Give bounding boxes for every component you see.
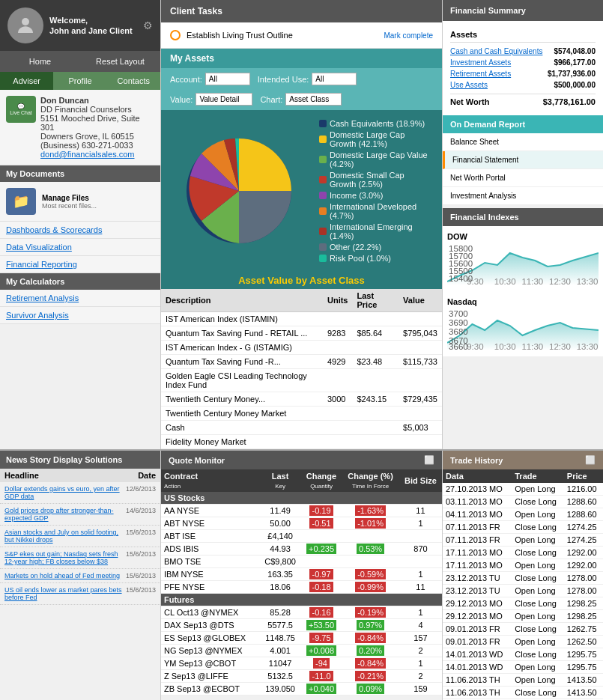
table-row: 11.06.2013 THOpen Long1413.50 [443, 674, 603, 687]
client-tasks-body: Establish Living Trust Outline Mark comp… [161, 22, 442, 49]
table-row: 17.11.2013 MOOpen Long1292.00 [443, 559, 603, 572]
table-row: ES Sep13 @GLOBEX1148.75-9.75-0.84%157 [161, 632, 442, 645]
center-panel: Client Tasks Establish Living Trust Outl… [161, 0, 442, 449]
doc-link-financial-reporting[interactable]: Financial Reporting [0, 256, 160, 273]
table-row: NG Sep13 @NYMEX4.001+0.0080.20%2 [161, 645, 442, 657]
live-chat-button[interactable]: 💬Live Chat [6, 96, 36, 123]
quote-maximize-icon[interactable]: ⬜ [424, 455, 434, 465]
table-row: PFE NYSE18.06-0.18-0.99%11 [161, 581, 442, 594]
trade-table: Data Trade Price 27.10.2013 MOOpen Long1… [443, 469, 603, 700]
dow-chart: 15800 15700 15600 15500 15400 9:30 10:30… [447, 244, 599, 285]
trade-maximize-icon[interactable]: ⬜ [585, 455, 596, 465]
financial-summary-body: Assets Cash and Cash Equivalents$574,048… [443, 21, 603, 115]
qh-bid: Bid Size [399, 469, 442, 492]
col-price: Last Price [352, 289, 399, 312]
svg-text:13:30: 13:30 [577, 342, 599, 350]
news-panel: News Story Display Solutions Headline Da… [0, 451, 161, 700]
my-assets-title: My Assets [161, 49, 442, 68]
svg-text:12:30: 12:30 [549, 342, 571, 350]
asset-label[interactable]: Retirement Assets [450, 70, 511, 78]
news-date: 15/6/2013 [126, 550, 156, 565]
home-button[interactable]: Home [0, 51, 80, 72]
table-row: Quantum Tax Saving Fund - RETAIL ...9283… [161, 326, 442, 341]
calc-links: Retirement Analysis Survivor Analysis [0, 290, 160, 324]
my-calculators: Retirement Analysis Survivor Analysis [0, 290, 160, 324]
gear-icon[interactable]: ⚙ [143, 19, 153, 31]
table-row: 23.12.2013 TUOpen Long1278.00 [443, 585, 603, 597]
table-row: ABT NYSE50.00-0.51-1.01%1 [161, 517, 442, 530]
legend-item: Income (3.0%) [319, 191, 433, 200]
legend-dot [319, 192, 327, 199]
calc-link-survivor[interactable]: Survivor Analysis [0, 307, 160, 324]
adviser-email[interactable]: dond@financialsales.com [40, 150, 154, 159]
reset-layout-button[interactable]: Reset Layout [80, 51, 160, 72]
my-documents: 📁 Manage Files Most recent files... Dash… [0, 182, 160, 273]
legend-dot [319, 156, 327, 163]
value-control: Value: Value Detail [170, 93, 252, 106]
doc-link-dashboards[interactable]: Dashboards & Scorecards [0, 222, 160, 239]
chart-select[interactable]: Asset Class [285, 93, 342, 106]
asset-label[interactable]: Use Assets [450, 81, 488, 89]
news-link[interactable]: S&P ekes out gain; Nasdaq sets fresh 12-… [4, 550, 123, 565]
mark-complete-button[interactable]: Mark complete [384, 31, 433, 40]
list-item: Markets on hold ahead of Fed meeting15/6… [0, 569, 160, 583]
legend-item: Domestic Large Cap Value (4.2%) [319, 150, 433, 168]
news-link[interactable]: US oil ends lower as market pares bets b… [4, 586, 123, 601]
news-link[interactable]: Asian stocks and July on solid footing, … [4, 529, 123, 544]
svg-text:3660: 3660 [449, 342, 468, 350]
profile-tab[interactable]: Profile [53, 72, 106, 90]
report-item[interactable]: Financial Statement [443, 151, 603, 169]
left-header: Welcome, John and Jane Client ⚙ [0, 0, 160, 51]
svg-text:9:30: 9:30 [467, 277, 483, 285]
qh-change-pct: Change (%)Time In Force [342, 469, 399, 492]
table-row: Golden Eagle CSI Leading Technology Inde… [161, 369, 442, 392]
asset-row: Use Assets$500,000.00 [450, 79, 596, 91]
report-item[interactable]: Investment Analysis [443, 187, 603, 205]
financial-summary-header: Financial Summary [443, 0, 603, 21]
assets-controls: Account: All Intended Use: All Value: [161, 68, 442, 110]
th-data: Data [443, 469, 512, 483]
intended-use-control: Intended Use: All [258, 73, 357, 85]
calc-link-retirement[interactable]: Retirement Analysis [0, 290, 160, 307]
asset-value: $500,000.00 [554, 81, 596, 89]
chart-control: Chart: Asset Class [260, 93, 342, 106]
table-row: 17.11.2013 MOClose Long1292.00 [443, 547, 603, 559]
col-value: Value [399, 289, 442, 312]
report-item[interactable]: Balance Sheet [443, 133, 603, 151]
table-row: CL Oct13 @NYMEX85.28-0.16-0.19%1 [161, 606, 442, 619]
news-link[interactable]: Gold prices drop after stronger-than-exp… [4, 507, 123, 522]
contacts-tab[interactable]: Contacts [107, 72, 160, 90]
avatar [7, 7, 43, 43]
account-select[interactable]: All [205, 73, 250, 85]
doc-link-data-viz[interactable]: Data Visualization [0, 239, 160, 256]
legend-item: Risk Pool (1.0%) [319, 254, 433, 263]
value-select[interactable]: Value Detail [196, 93, 252, 106]
svg-text:9:30: 9:30 [467, 342, 483, 350]
adviser-tab[interactable]: Adviser [0, 72, 53, 90]
legend-dot [319, 243, 327, 251]
trade-panel: Trade History ⬜ Data Trade Price 27.10.2… [442, 451, 603, 700]
report-item[interactable]: Net Worth Portal [443, 169, 603, 187]
chart-title: Asset Value by Asset Class [161, 272, 442, 289]
task-circle [170, 30, 181, 40]
adviser-name: Don Duncan [40, 96, 154, 105]
table-row: Quantum Tax Saving Fund -R...4929$23.48$… [161, 355, 442, 369]
my-documents-header: My Documents [0, 165, 160, 182]
table-row: 07.11.2013 FRClose Long1274.25 [443, 521, 603, 534]
net-worth-row: Net Worth $3,778,161.00 [450, 94, 596, 109]
quote-table: ContractAction LastKey ChangeQuantity Ch… [161, 469, 442, 696]
news-items: Dollar extends gains vs euro, yen after … [0, 482, 160, 605]
nasdaq-section: Nasdaq 3700 3690 3680 3670 3660 9:30 10:… [443, 291, 603, 356]
chart-area: Cash Equivalents (18.9%) Domestic Large … [161, 110, 442, 272]
legend-item: International Developed (4.7%) [319, 202, 433, 220]
asset-label[interactable]: Cash and Cash Equivalents [450, 47, 542, 55]
asset-label[interactable]: Investment Assets [450, 58, 511, 67]
sub-nav: Adviser Profile Contacts [0, 72, 160, 90]
intended-use-select[interactable]: All [312, 73, 357, 85]
news-link[interactable]: Markets on hold ahead of Fed meeting [4, 572, 123, 579]
legend-item: Other (22.2%) [319, 243, 433, 252]
manage-files-sub: Most recent files... [42, 202, 97, 210]
asset-value: $574,048.00 [554, 47, 596, 55]
my-assets: My Assets Account: All Intended Use: All [161, 49, 442, 449]
news-link[interactable]: Dollar extends gains vs euro, yen after … [4, 485, 123, 500]
